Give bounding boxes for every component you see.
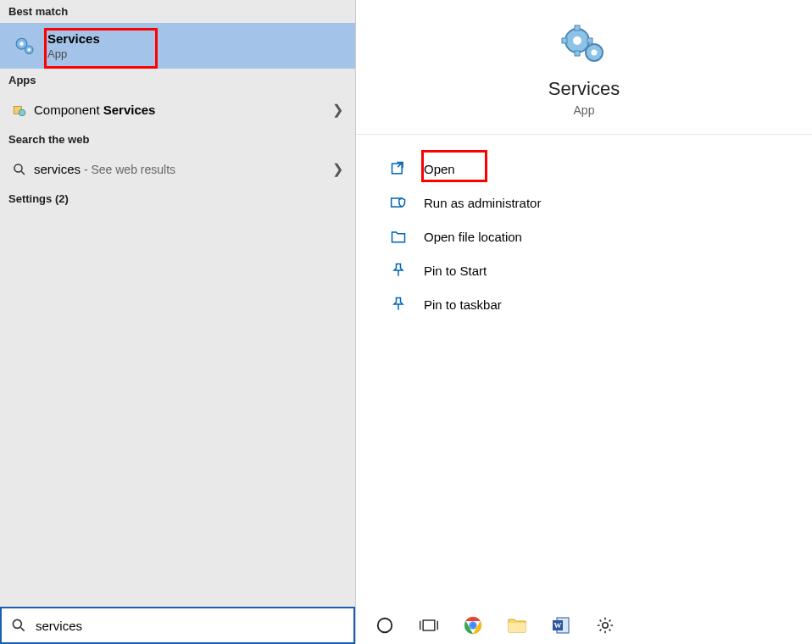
shield-icon: [390, 194, 424, 211]
svg-rect-31: [509, 623, 526, 632]
section-best-match: Best match: [0, 0, 355, 23]
svg-point-23: [378, 619, 392, 633]
svg-text:W: W: [554, 621, 562, 630]
preview-type: App: [356, 103, 812, 117]
gears-icon: [12, 33, 37, 58]
gears-icon: [557, 24, 611, 64]
cortana-icon[interactable]: [373, 613, 397, 637]
pin-icon: [390, 296, 424, 313]
chrome-icon[interactable]: [461, 613, 485, 637]
svg-point-5: [19, 109, 25, 116]
search-icon: [2, 617, 36, 634]
app-prefix: Component: [34, 103, 103, 117]
web-result[interactable]: services - See web results ❯: [0, 151, 355, 187]
svg-point-6: [14, 164, 22, 172]
section-settings[interactable]: Settings (2): [0, 187, 355, 210]
svg-point-35: [603, 623, 608, 628]
chevron-right-icon[interactable]: ❯: [332, 102, 343, 118]
app-result-label: Component Services: [34, 103, 332, 117]
taskbar: W: [356, 607, 812, 644]
action-pin-taskbar-label: Pin to taskbar: [424, 297, 502, 312]
action-run-admin[interactable]: Run as administrator: [390, 186, 812, 219]
app-bold: Services: [103, 103, 156, 117]
app-result-component-services[interactable]: Component Services ❯: [0, 92, 355, 128]
svg-point-1: [19, 42, 24, 46]
action-pin-taskbar[interactable]: Pin to taskbar: [390, 287, 812, 321]
best-match-type: App: [47, 47, 100, 60]
svg-point-17: [592, 50, 598, 56]
preview-header: Services App: [356, 0, 812, 135]
best-match-title: Services: [47, 31, 100, 46]
folder-icon: [390, 228, 424, 245]
svg-point-30: [470, 623, 476, 628]
word-icon[interactable]: W: [549, 613, 573, 637]
component-services-icon: [12, 103, 34, 118]
best-match-result[interactable]: Services App: [0, 23, 355, 69]
open-icon: [390, 160, 424, 177]
action-pin-start[interactable]: Pin to Start: [390, 253, 812, 287]
settings-icon[interactable]: [593, 613, 617, 637]
svg-line-7: [21, 171, 25, 175]
svg-point-11: [573, 36, 581, 45]
search-box[interactable]: [0, 607, 355, 644]
search-results-pane: Best match Services App Apps: [0, 0, 356, 644]
svg-point-8: [13, 619, 21, 628]
svg-rect-12: [575, 25, 580, 31]
web-suffix: - See web results: [81, 163, 175, 176]
preview-pane: Services App Open: [356, 0, 812, 644]
svg-point-3: [28, 48, 31, 52]
svg-rect-13: [575, 51, 580, 56]
chevron-right-icon[interactable]: ❯: [332, 161, 343, 177]
action-pin-start-label: Pin to Start: [424, 264, 487, 278]
action-open-location[interactable]: Open file location: [390, 219, 812, 253]
svg-rect-24: [423, 620, 435, 630]
section-web: Search the web: [0, 128, 355, 151]
action-open[interactable]: Open: [390, 152, 812, 186]
action-location-label: Open file location: [424, 230, 522, 244]
svg-line-9: [21, 628, 25, 631]
best-match-text: Services App: [47, 31, 100, 60]
task-view-icon[interactable]: [417, 613, 441, 637]
pin-icon: [390, 262, 424, 279]
preview-title: Services: [356, 78, 812, 100]
file-explorer-icon[interactable]: [505, 613, 529, 637]
svg-rect-14: [562, 38, 567, 43]
web-result-label: services - See web results: [34, 162, 332, 176]
search-icon: [12, 162, 34, 177]
action-admin-label: Run as administrator: [424, 196, 541, 210]
action-open-label: Open: [424, 162, 455, 176]
section-apps: Apps: [0, 69, 355, 92]
web-term: services: [34, 162, 81, 176]
actions-list: Open Run as administrator: [356, 135, 812, 321]
svg-rect-15: [587, 38, 592, 43]
search-input[interactable]: [36, 608, 353, 642]
